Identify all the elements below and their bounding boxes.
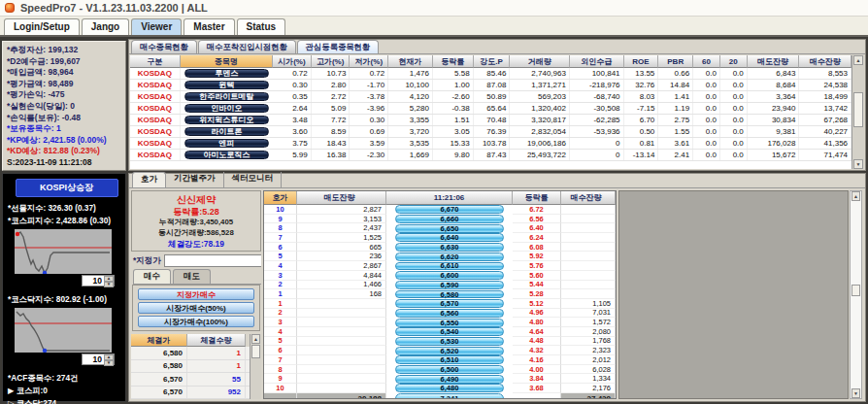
- scrollbar-thumb[interactable]: [853, 92, 863, 127]
- ladder-total-cell[interactable]: 7,241: [395, 393, 504, 399]
- watchlist-cell: 65.64: [474, 103, 511, 114]
- column-header[interactable]: 종목명: [181, 55, 273, 68]
- orderbook-tab[interactable]: 호가: [132, 172, 166, 187]
- nav-tab[interactable]: Login/Setup: [4, 18, 80, 35]
- scrollbar-thumb[interactable]: [251, 345, 260, 358]
- watchlist-cell[interactable]: 엔피: [184, 139, 269, 148]
- orderbook-tab[interactable]: 섹터모니터: [224, 172, 283, 187]
- watchlist-cell: 6.70: [624, 115, 659, 125]
- watchlist-cell: -3.78: [350, 91, 388, 102]
- column-header[interactable]: 구분: [130, 55, 181, 68]
- side-tab[interactable]: 매수: [133, 269, 171, 284]
- limit-price-input[interactable]: [165, 255, 261, 266]
- watchlist-cell[interactable]: 한주라이트메탈: [184, 92, 269, 101]
- column-header[interactable]: 시가(%): [273, 55, 312, 68]
- orderbook-tab[interactable]: 기간별주가: [166, 172, 224, 187]
- column-header[interactable]: 고가(%): [312, 55, 351, 68]
- limit-price-row: *지정가 ▲ ▼: [133, 254, 261, 267]
- ladder-body: 102,8276,6706.7293,1536,6606.5682,4376,6…: [264, 205, 616, 393]
- kosdaq-interval-input[interactable]: [83, 354, 104, 364]
- spinner-down-icon[interactable]: ▼: [104, 360, 114, 366]
- acf-kosdaq[interactable]: ▷ 코스닥:274: [8, 397, 125, 404]
- ladder-cell[interactable]: 6,610: [395, 262, 504, 271]
- watchlist-cell[interactable]: 아미노로직스: [184, 151, 269, 159]
- column-header[interactable]: PBR: [658, 55, 693, 68]
- acf-kospi[interactable]: ▶ 코스피:0: [8, 385, 125, 397]
- ladder-cell[interactable]: 6,600: [395, 271, 504, 280]
- ladder-cell[interactable]: 6,570: [395, 299, 504, 308]
- column-header[interactable]: 거래량: [510, 55, 570, 68]
- ladder-cell[interactable]: 6,620: [395, 252, 504, 261]
- watchlist-cell: KOSDAQ: [130, 91, 181, 102]
- side-tab[interactable]: 매도: [173, 269, 211, 284]
- spinner-down-icon[interactable]: ▼: [104, 282, 114, 287]
- detail-scrollbar[interactable]: ▲ ▼: [850, 190, 862, 399]
- watchlist-tab[interactable]: 관심등록종목현황: [297, 40, 379, 53]
- ladder-cell[interactable]: 6,630: [395, 243, 504, 252]
- nav-tab[interactable]: Viewer: [131, 18, 182, 35]
- ladder-cell[interactable]: 6,500: [395, 365, 504, 374]
- scroll-down-icon[interactable]: ▼: [853, 159, 863, 169]
- ladder-cell[interactable]: 6,530: [395, 337, 504, 346]
- trade-cell: 1: [187, 360, 246, 373]
- watchlist-cell: 3.61: [658, 138, 693, 149]
- watchlist-tab[interactable]: 매수종목현황: [131, 40, 197, 53]
- scroll-up-icon[interactable]: ▲: [851, 191, 860, 201]
- watchlist-cell: 1,476: [388, 68, 433, 79]
- scroll-up-icon[interactable]: ▲: [251, 334, 260, 344]
- column-header[interactable]: 강도.P: [474, 55, 511, 68]
- nav-tab[interactable]: Status: [237, 18, 286, 35]
- ladder-cell[interactable]: 6,490: [395, 375, 504, 384]
- ladder-cell: 2,437: [297, 223, 386, 233]
- trades-scrollbar[interactable]: ▲ ▼: [250, 334, 261, 399]
- ladder-row: 71,5256,6406.24: [264, 233, 616, 243]
- watchlist-row: KOSDAQ루멘스0.7210.730.721,4765.5885.462,74…: [130, 68, 851, 80]
- ladder-cell: [561, 233, 616, 243]
- column-header[interactable]: 60: [693, 55, 720, 68]
- market-buy-50-button[interactable]: 시장가매수(50%): [138, 302, 254, 314]
- ladder-cell[interactable]: 6,510: [395, 355, 504, 364]
- column-header[interactable]: 현재가: [388, 55, 433, 68]
- scrollbar-thumb[interactable]: [851, 285, 860, 296]
- watchlist-cell[interactable]: 윈텍: [184, 81, 269, 89]
- ladder-cell[interactable]: 6,670: [395, 205, 504, 214]
- column-header[interactable]: 외인수급: [570, 55, 624, 68]
- watchlist-cell: 0.35: [273, 91, 312, 102]
- ladder-cell[interactable]: 6,640: [395, 233, 504, 242]
- ladder-cell[interactable]: 6,650: [395, 224, 504, 233]
- watchlist-scrollbar[interactable]: ▲ ▼: [851, 55, 864, 169]
- column-header[interactable]: 매도잔량: [748, 55, 800, 68]
- watchlist-cell[interactable]: 라이트론: [184, 127, 269, 136]
- column-header[interactable]: 저가(%): [350, 55, 388, 68]
- ladder-cell[interactable]: 6,540: [395, 327, 504, 336]
- scroll-down-icon[interactable]: ▼: [851, 388, 860, 398]
- account-line: S:2023-11-09 11:21:08: [7, 157, 91, 169]
- column-header[interactable]: 등락률: [433, 55, 474, 68]
- limit-buy-button[interactable]: 지정가매수: [138, 288, 254, 300]
- nav-tab[interactable]: Jango: [82, 18, 129, 35]
- column-header[interactable]: ROE: [624, 55, 659, 68]
- ladder-cell: 3: [264, 318, 297, 327]
- ladder-cell: 168: [297, 289, 386, 299]
- column-header[interactable]: 20: [720, 55, 748, 68]
- ladder-cell[interactable]: 6,480: [395, 384, 504, 392]
- watchlist-cell[interactable]: 인바이오: [184, 104, 269, 113]
- watchlist-tab[interactable]: 매수포착진입시점현황: [198, 40, 296, 53]
- column-header[interactable]: 매수잔량: [799, 55, 851, 68]
- ladder-cell[interactable]: 6,660: [395, 215, 504, 223]
- ladder-cell[interactable]: 6,590: [395, 281, 504, 289]
- ladder-cell[interactable]: 6,520: [395, 347, 504, 355]
- ladder-cell[interactable]: 6,560: [395, 309, 504, 318]
- kospi-trend-badge[interactable]: KOSPI상승장: [16, 179, 118, 197]
- watchlist-cell[interactable]: 루멘스: [184, 69, 269, 78]
- ladder-cell[interactable]: 6,550: [395, 319, 504, 327]
- scroll-up-icon[interactable]: ▲: [853, 55, 863, 65]
- kospi-index: *코스피지수: 2,428.86 (0.30): [8, 215, 125, 227]
- market-buy-100-button[interactable]: 시장가매수(100%): [138, 316, 254, 327]
- ladder-cell: [561, 215, 616, 224]
- watchlist-cell[interactable]: 위지윅스튜디오: [184, 116, 269, 124]
- nav-tab[interactable]: Master: [184, 18, 234, 35]
- kospi-interval-input[interactable]: [83, 276, 104, 286]
- ladder-cell: [561, 271, 616, 281]
- ladder-cell[interactable]: 6,580: [395, 290, 504, 299]
